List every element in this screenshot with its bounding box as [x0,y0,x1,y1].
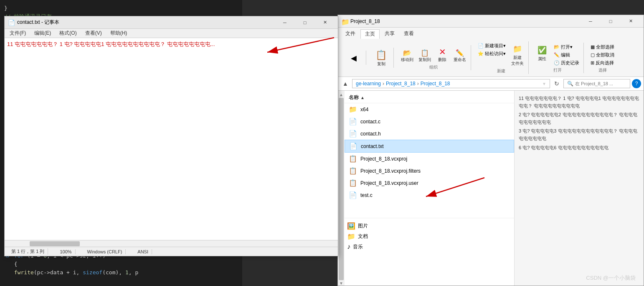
select-label: 选择 [598,66,607,73]
invert-label: 反向选择 [596,60,614,66]
delete-icon: ✕ [439,47,446,57]
refresh-button[interactable]: ↻ [552,79,562,89]
dropdown-icon[interactable]: ▼ [542,82,546,86]
file-item-vcxproj-filters[interactable]: 📋 Project_8_18.vcxproj.filters [345,165,514,177]
path-segment-2[interactable]: Project_8_18 [386,81,416,87]
close-button[interactable]: ✕ [621,15,640,28]
ribbon-open-button[interactable]: 📂 打开▾ [552,43,581,51]
quick-access-music[interactable]: ♪ 音乐 [345,242,514,252]
quick-access-pictures[interactable]: 🖼️ 图片 [345,221,514,231]
notepad-hscrollbar[interactable] [5,240,338,247]
notepad-window-controls: ─ □ ✕ [275,16,335,29]
help-button[interactable]: ? [632,79,641,88]
ribbon-section-open: ✅ 属性 📂 打开▾ ✏️ 编辑 🕐 [531,43,584,73]
menu-help[interactable]: 帮助(H) [107,29,131,38]
open-icon: 📂 [554,44,560,50]
path-segment-3[interactable]: Project_8_18 [421,81,450,87]
file-item-contact-c[interactable]: 📄 contact.c [345,115,514,128]
vcx-file-icon: 📋 [349,155,357,163]
preview-text-2: 2 屯? 屯屯屯屯屯屯2 屯屯屯屯屯屯屯屯屯屯屯？ 屯屯屯屯屯屯屯屯屯屯屯 [519,111,639,126]
ribbon-delete-button[interactable]: ✕ 删除 [434,46,451,64]
zoom-level: 100% [56,249,75,254]
cursor-position: 第 1 行，第 1 列 [8,248,48,255]
rename-icon: ✏️ [456,49,464,57]
copy-label: 复制 [377,61,385,67]
new-item-icon: 📄 [478,43,484,49]
notepad-close-button[interactable]: ✕ [315,16,335,29]
test-c-icon: 📄 [349,191,357,199]
organize-label: 组织 [429,64,438,70]
new-folder-label: 新建文件夹 [511,55,524,66]
ribbon-new-item-button[interactable]: 📄 新建项目▾ [476,42,507,49]
easy-access-label: 轻松访问▾ [485,51,506,57]
ribbon-select-none-button[interactable]: ▢ 全部取消 [589,51,616,59]
file-item-contact-h[interactable]: 📄 contact.h [345,128,514,140]
tab-home[interactable]: 主页 [360,29,380,39]
ribbon-history-button[interactable]: 🕐 历史记录 [552,59,581,66]
ribbon-move-button[interactable]: 📂 移动到 [399,48,416,64]
back-icon: ◀ [347,52,360,64]
search-box: 🔍 [563,79,630,88]
name-column-header: 名称 [349,94,359,101]
notepad-content[interactable]: 11 屯屯屯屯屯屯屯？ 1 屯? 屯屯屯屯屯1 屯屯屯屯屯屯屯屯屯屯？ 屯屯屯屯… [5,38,338,240]
ribbon-section-organize: 📂 移动到 📋 复制到 ✕ 删除 ✏️ 重命名 [396,45,471,70]
ribbon-rename-button[interactable]: ✏️ 重命名 [451,48,468,64]
file-item-vcxproj[interactable]: 📋 Project_8_18.vcxproj [345,153,514,165]
file-item-test-c[interactable]: 📄 test.c [345,189,514,201]
nav-up-button[interactable]: ▲ [340,79,350,89]
ribbon-edit-button[interactable]: ✏️ 编辑 [552,51,581,59]
ribbon-easy-access-button[interactable]: ⭐ 轻松访问▾ [476,50,507,57]
file-explorer-title: Project_8_18 [350,18,380,24]
ribbon-section-clipboard: 📋 复制 [369,48,394,68]
notepad-title: contact.txt - 记事本 [17,19,59,26]
csdn-watermark: CSDN @一个小脑袋 [586,274,636,282]
tab-view[interactable]: 查看 [400,29,418,39]
path-segment-1[interactable]: ge-learning [356,81,381,87]
file-item-x64[interactable]: 📁 x64 [345,103,514,115]
ribbon-invert-button[interactable]: ⊞ 反向选择 [589,59,616,66]
ribbon-copy-button[interactable]: 📋 复制 [373,49,390,68]
txt-file-icon: 📄 [349,142,357,150]
ribbon-new-folder-button[interactable]: 📁 新建文件夹 [509,42,526,67]
vertical-scrollbar-left[interactable]: ▲ ▼ [338,91,345,286]
rename-label: 重命名 [454,57,466,63]
file-name: contact.txt [361,143,384,149]
tab-share[interactable]: 共享 [380,29,399,39]
file-item-contact-txt[interactable]: 📄 contact.txt [345,140,514,153]
open-label: 打开▾ [561,44,573,50]
maximize-button[interactable]: □ [601,15,620,28]
tab-file[interactable]: 文件 [341,29,360,39]
quick-access-documents[interactable]: 📁 文档 [345,231,514,242]
notepad-window: 📄 contact.txt - 记事本 ─ □ ✕ 文件(F) 编辑(E) 格式… [4,16,338,256]
ribbon-select-all-button[interactable]: ▦ 全部选择 [589,43,616,51]
invert-icon: ⊞ [591,60,594,66]
ribbon-copyto-button[interactable]: 📋 复制到 [416,48,433,64]
file-name: Project_8_18.vcxproj.user [360,180,418,186]
ribbon-back-button[interactable]: ◀ [345,51,362,65]
ribbon-properties-button[interactable]: ✅ 属性 [534,43,550,63]
notepad-maximize-button[interactable]: □ [295,16,314,29]
vcx-user-icon: 📋 [349,179,357,187]
h-file-icon: 📄 [349,130,357,138]
select-all-icon: ▦ [591,44,595,50]
menu-view[interactable]: 查看(V) [82,29,105,38]
menu-format[interactable]: 格式(O) [56,29,80,38]
easy-access-icon: ⭐ [478,51,484,56]
folder-icon: 📁 [349,105,357,113]
search-icon: 🔍 [567,81,573,87]
minimize-button[interactable]: ─ [581,15,600,28]
address-path[interactable]: ge-learning › Project_8_18 › Project_8_1… [352,79,550,88]
search-input[interactable] [575,81,626,86]
file-item-vcxproj-user[interactable]: 📋 Project_8_18.vcxproj.user [345,177,514,189]
hscroll-thumb[interactable] [30,241,80,246]
code-line: { [4,260,236,268]
file-explorer-window: 📁 Project_8_18 ─ □ ✕ 文件 主页 共享 查看 ◀ [337,15,644,286]
delete-label: 删除 [438,57,446,63]
c-file-icon: 📄 [349,117,357,125]
menu-file[interactable]: 文件(F) [6,29,29,38]
menu-edit[interactable]: 编辑(E) [31,29,54,38]
edit-icon: ✏️ [554,52,560,58]
preview-text: 11 屯屯屯屯屯屯屯？ 1 屯? 屯屯屯屯屯1 屯屯屯屯屯屯屯屯屯屯？ 屯屯屯屯… [519,95,639,110]
notepad-minimize-button[interactable]: ─ [275,16,294,29]
properties-label: 属性 [538,56,546,62]
